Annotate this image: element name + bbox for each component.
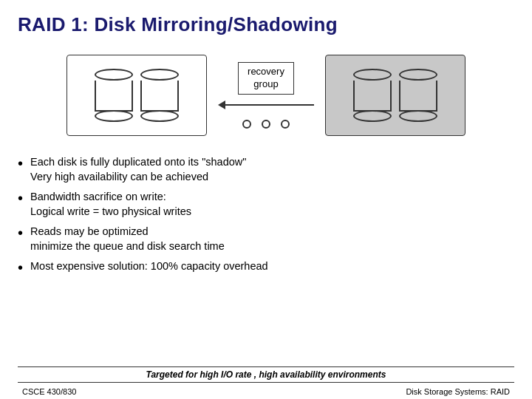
bullet-text-4: Most expensive solution: 100% capacity o…	[30, 259, 514, 274]
bullet-3: • Reads may be optimized minimize the qu…	[18, 222, 514, 256]
slide: RAID 1: Disk Mirroring/Shadowing recover…	[0, 0, 532, 399]
bullet-dot-3: •	[18, 225, 23, 241]
content-area: • Each disk is fully duplicated onto its…	[18, 153, 514, 362]
dots-row	[242, 120, 290, 129]
bullet-text-2: Bandwidth sacrifice on write: Logical wr…	[30, 190, 514, 219]
arrow	[218, 100, 314, 109]
bullet-dot-1: •	[18, 155, 23, 171]
dot-1	[242, 120, 251, 129]
slide-title: RAID 1: Disk Mirroring/Shadowing	[18, 13, 514, 36]
shadow-disk-group	[325, 55, 466, 136]
footer-note: Targeted for high I/O rate , high availa…	[18, 366, 514, 383]
arrow-head-icon	[218, 100, 225, 109]
bullet-4: • Most expensive solution: 100% capacity…	[18, 257, 514, 278]
bullet-2: • Bandwidth sacrifice on write: Logical …	[18, 188, 514, 221]
bullet-1: • Each disk is fully duplicated onto its…	[18, 153, 514, 186]
bottom-left-label: CSCE 430/830	[22, 387, 76, 396]
bottom-bar: CSCE 430/830 Disk Storage Systems: RAID	[18, 384, 514, 399]
bullet-text-1: Each disk is fully duplicated onto its "…	[30, 155, 514, 184]
shadow-disk-1	[353, 69, 392, 122]
primary-disk-1	[95, 69, 133, 122]
recovery-group-label: recovery group	[238, 62, 294, 95]
bullet-text-3: Reads may be optimized minimize the queu…	[30, 225, 514, 253]
diagram-area: recovery group	[18, 44, 514, 147]
shadow-disk-2	[399, 69, 437, 122]
dot-2	[262, 120, 270, 129]
arrow-shaft	[225, 104, 314, 106]
primary-disk-group	[66, 55, 207, 136]
bullet-dot-4: •	[18, 259, 23, 276]
bottom-right-label: Disk Storage Systems: RAID	[406, 387, 510, 396]
dot-3	[281, 120, 290, 129]
bullet-dot-2: •	[18, 190, 23, 206]
middle-area: recovery group	[207, 62, 325, 129]
primary-disk-2	[140, 69, 179, 122]
